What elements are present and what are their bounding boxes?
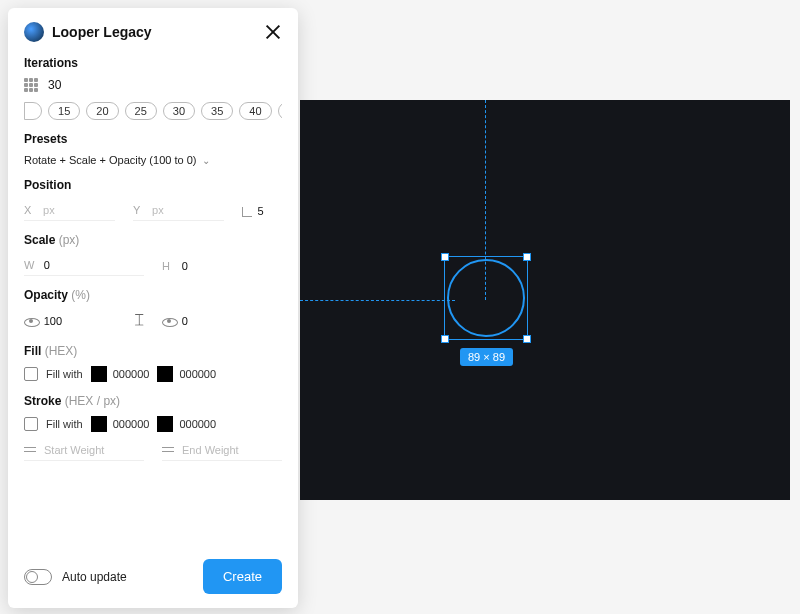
preset-dropdown[interactable]: Rotate + Scale + Opacity (100 to 0) ⌄ [24, 154, 282, 166]
fill-check-label: Fill with [46, 368, 83, 380]
selection-box[interactable] [444, 256, 528, 340]
eye-icon [162, 314, 174, 328]
stroke-check-label: Fill with [46, 418, 83, 430]
end-weight-field[interactable] [162, 440, 282, 461]
fill-label: Fill (HEX) [24, 344, 282, 358]
resize-handle-tr[interactable] [523, 253, 531, 261]
stroke-hex-2[interactable]: 000000 [179, 418, 216, 430]
auto-update-toggle[interactable] [24, 569, 52, 585]
stroke-label: Stroke (HEX / px) [24, 394, 282, 408]
position-y-field[interactable]: Y [133, 200, 224, 221]
position-x-input[interactable] [43, 204, 115, 216]
chip-15[interactable]: 15 [48, 102, 80, 120]
position-label: Position [24, 178, 282, 192]
presets-label: Presets [24, 132, 282, 146]
scale-h-input[interactable] [182, 260, 282, 272]
resize-handle-br[interactable] [523, 335, 531, 343]
circle-shape[interactable] [447, 259, 525, 337]
plugin-title: Looper Legacy [52, 24, 256, 40]
fill-hex-2[interactable]: 000000 [179, 368, 216, 380]
auto-update-row: Auto update [24, 569, 127, 585]
opacity-start[interactable]: 100 [44, 315, 144, 327]
chip-35[interactable]: 35 [201, 102, 233, 120]
plugin-panel: Looper Legacy Iterations 30 15 20 25 30 … [8, 8, 298, 608]
w-label: W [24, 259, 36, 271]
fill-hex-1[interactable]: 000000 [113, 368, 150, 380]
resize-handle-tl[interactable] [441, 253, 449, 261]
chip-50[interactable]: 50 [278, 102, 282, 120]
weight-icon [162, 445, 174, 455]
iterations-value[interactable]: 30 [48, 78, 61, 92]
chip-40[interactable]: 40 [239, 102, 271, 120]
end-weight-input[interactable] [182, 444, 282, 456]
scale-label: Scale (px) [24, 233, 282, 247]
stroke-swatch-2[interactable] [157, 416, 173, 432]
position-angle-value[interactable]: 5 [257, 205, 282, 217]
stroke-swatch-1[interactable] [91, 416, 107, 432]
position-x-field[interactable]: X [24, 200, 115, 221]
position-angle-field[interactable]: 5 [242, 200, 282, 221]
eye-icon [24, 314, 36, 328]
iterations-label: Iterations [24, 56, 282, 70]
start-weight-input[interactable] [44, 444, 144, 456]
grid-icon [24, 78, 38, 92]
stroke-checkbox[interactable] [24, 417, 38, 431]
close-icon[interactable] [264, 23, 282, 41]
fill-swatch-1[interactable] [91, 366, 107, 382]
panel-footer: Auto update Create [24, 559, 282, 594]
start-weight-field[interactable] [24, 440, 144, 461]
preset-selected: Rotate + Scale + Opacity (100 to 0) [24, 154, 196, 166]
guide-horizontal [300, 300, 455, 301]
panel-header: Looper Legacy [24, 22, 282, 42]
iteration-chips: 15 20 25 30 35 40 50 [24, 102, 282, 120]
scale-w-field[interactable]: W [24, 255, 144, 276]
resize-handle-bl[interactable] [441, 335, 449, 343]
dimensions-badge: 89 × 89 [460, 348, 513, 366]
stroke-row: Fill with 000000 000000 [24, 416, 282, 432]
fill-checkbox[interactable] [24, 367, 38, 381]
scale-h-field[interactable]: H [162, 255, 282, 276]
stroke-hex-1[interactable]: 000000 [113, 418, 150, 430]
iterations-row: 30 [24, 78, 282, 92]
position-y-input[interactable] [152, 204, 224, 216]
chip-30[interactable]: 30 [163, 102, 195, 120]
opacity-start-field[interactable]: 100 [24, 310, 144, 332]
weight-icon [24, 445, 36, 455]
h-label: H [162, 260, 174, 272]
fill-row: Fill with 000000 000000 [24, 366, 282, 382]
fill-swatch-2[interactable] [157, 366, 173, 382]
auto-update-label: Auto update [62, 570, 127, 584]
design-canvas[interactable]: 89 × 89 [300, 100, 790, 500]
chevron-down-icon: ⌄ [202, 155, 210, 166]
opacity-end-field[interactable]: 0 [162, 310, 282, 332]
chip-25[interactable]: 25 [125, 102, 157, 120]
opacity-end[interactable]: 0 [182, 315, 282, 327]
create-button[interactable]: Create [203, 559, 282, 594]
chip-20[interactable]: 20 [86, 102, 118, 120]
scale-w-input[interactable] [44, 259, 144, 271]
x-label: X [24, 204, 35, 216]
chip-partial[interactable] [24, 102, 42, 120]
y-label: Y [133, 204, 144, 216]
opacity-label: Opacity (%) [24, 288, 282, 302]
plugin-logo-icon [24, 22, 44, 42]
angle-icon [242, 205, 249, 217]
